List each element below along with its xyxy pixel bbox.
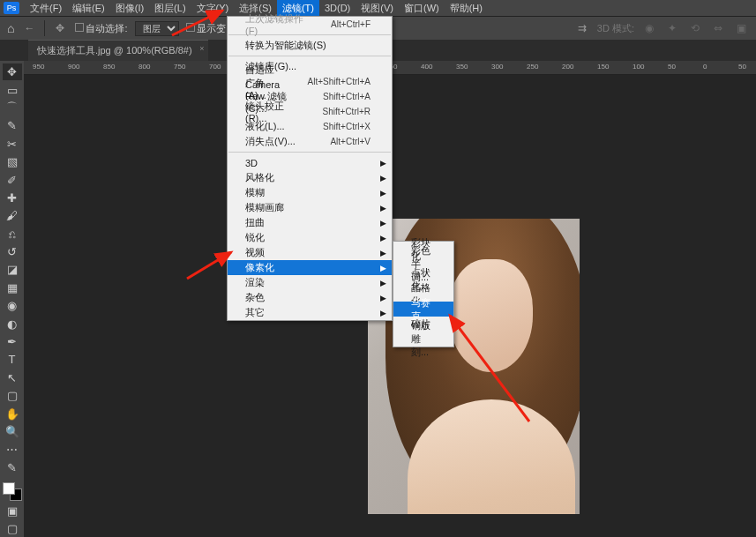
ruler-tick: 850 (103, 63, 115, 71)
orbit-icon[interactable]: ◉ (641, 20, 657, 36)
ruler-tick: 350 (456, 63, 468, 71)
tool-blur[interactable]: ◉ (3, 297, 22, 314)
tool-type[interactable]: T (3, 351, 22, 368)
filter-menu-item[interactable]: 模糊▶ (228, 185, 392, 200)
tool-crop[interactable]: ✂ (3, 136, 22, 153)
submenu-arrow-icon: ▶ (380, 294, 386, 302)
filter-menu-item[interactable]: 风格化▶ (228, 170, 392, 185)
filter-menu-item[interactable]: 3D▶ (228, 155, 392, 170)
filter-menu-item[interactable]: 液化(L)...Shift+Ctrl+X (228, 119, 392, 134)
menu-file[interactable]: 文件(F) (25, 0, 67, 17)
show-transform-checkbox[interactable] (186, 23, 195, 32)
tool-zoom[interactable]: 🔍 (3, 423, 22, 440)
ruler-tick: 200 (562, 63, 573, 71)
tool-eyedropper[interactable]: ✐ (3, 171, 22, 188)
ruler-tick: 800 (138, 63, 150, 71)
filter-menu-item[interactable]: 锐化▶ (228, 230, 392, 245)
screen-mode-icon[interactable]: ▢ (3, 520, 22, 537)
document-tab[interactable]: 快速选择工具.jpg @ 100%(RGB/8#) × (28, 40, 208, 61)
camera-icon[interactable]: ▣ (733, 20, 749, 36)
menu-window[interactable]: 窗口(W) (399, 0, 445, 17)
menu-edit[interactable]: 编辑(E) (67, 0, 110, 17)
filter-menu-item[interactable]: 像素化▶ (228, 260, 392, 275)
submenu-arrow-icon: ▶ (380, 219, 386, 227)
close-icon[interactable]: × (199, 44, 204, 53)
tool-heal[interactable]: ✚ (3, 190, 22, 206)
ruler-tick: 900 (68, 63, 79, 71)
menu-type[interactable]: 文字(Y) (191, 0, 235, 17)
menu-image[interactable]: 图像(I) (110, 0, 149, 17)
tool-stamp[interactable]: ⎌ (3, 226, 22, 242)
submenu-arrow-icon: ▶ (380, 279, 386, 287)
ruler-tick: 250 (527, 63, 538, 71)
tool-edit-toolbar[interactable]: ✎ (3, 459, 22, 476)
tool-brush[interactable]: 🖌 (3, 207, 22, 224)
submenu-arrow-icon: ▶ (380, 234, 386, 242)
tool-more[interactable]: ⋯ (3, 441, 22, 458)
auto-select-checkbox[interactable] (75, 23, 84, 32)
ruler-tick: 150 (597, 63, 609, 71)
pixelate-menu-item[interactable]: 铜版雕刻... (393, 332, 453, 347)
pan-icon[interactable]: ✦ (664, 20, 680, 36)
tool-gradient[interactable]: ▦ (3, 280, 22, 296)
tool-eraser[interactable]: ◪ (3, 261, 22, 278)
menu-layer[interactable]: 图层(L) (149, 0, 191, 17)
slide-icon[interactable]: ⇔ (710, 20, 726, 36)
move-tool-icon: ✥ (52, 20, 68, 36)
fg-color-swatch[interactable] (3, 482, 15, 495)
filter-menu-dropdown: 上次滤镜操作(F)Alt+Ctrl+F转换为智能滤镜(S)滤镜库(G)...自适… (227, 16, 393, 321)
layer-select[interactable]: 图层 (135, 21, 179, 36)
tool-marquee[interactable]: ▭ (3, 81, 22, 98)
menu-help[interactable]: 帮助(H) (445, 0, 488, 17)
tool-pen[interactable]: ✒ (3, 333, 22, 350)
submenu-arrow-icon: ▶ (380, 309, 386, 317)
tab-title: 快速选择工具.jpg @ 100%(RGB/8#) (37, 45, 192, 56)
filter-menu-item[interactable]: 视频▶ (228, 245, 392, 260)
submenu-arrow-icon: ▶ (380, 174, 386, 183)
back-icon[interactable]: ← (21, 20, 37, 36)
filter-menu-item[interactable]: 消失点(V)...Alt+Ctrl+V (228, 134, 392, 149)
menu-view[interactable]: 视图(V) (356, 0, 399, 17)
tool-path[interactable]: ↖ (3, 369, 22, 386)
filter-menu-item[interactable]: 转换为智能滤镜(S) (228, 38, 392, 53)
submenu-arrow-icon: ▶ (380, 159, 386, 168)
tool-quick-select[interactable]: ✎ (3, 117, 22, 134)
filter-menu-item[interactable]: 扭曲▶ (228, 215, 392, 230)
ruler-tick: 300 (491, 63, 503, 71)
menu-3d[interactable]: 3D(D) (319, 1, 356, 15)
auto-select-label: 自动选择: (86, 23, 127, 34)
ruler-tick: 0 (703, 63, 707, 71)
filter-menu-item[interactable]: 模糊画廊▶ (228, 200, 392, 215)
show-transform-label: 显示变 (197, 23, 226, 34)
ruler-tick: 50 (668, 63, 676, 71)
align-icon[interactable]: ⇉ (574, 20, 590, 36)
home-icon[interactable]: ⌂ (7, 21, 14, 35)
tool-hand[interactable]: ✋ (3, 405, 22, 421)
pixelate-menu-item[interactable]: 马赛克... (393, 302, 453, 317)
3d-mode-label: 3D 模式: (597, 22, 634, 35)
tool-frame[interactable]: ▧ (3, 153, 22, 170)
menubar: Ps 文件(F) 编辑(E) 图像(I) 图层(L) 文字(Y) 选择(S) 滤… (0, 0, 756, 16)
filter-menu-item[interactable]: 镜头校正(R)...Shift+Ctrl+R (228, 104, 392, 119)
ruler-tick: 50 (738, 63, 746, 71)
ruler-tick: 400 (421, 63, 432, 71)
tool-move[interactable]: ✥ (3, 63, 22, 80)
app-logo: Ps (4, 2, 19, 14)
filter-menu-item[interactable]: 其它▶ (228, 305, 392, 320)
tool-history-brush[interactable]: ↺ (3, 243, 22, 260)
tool-shape[interactable]: ▢ (3, 387, 22, 404)
filter-menu-item[interactable]: 杂色▶ (228, 290, 392, 305)
tool-lasso[interactable]: ⌒ (3, 100, 22, 116)
submenu-arrow-icon: ▶ (380, 189, 386, 198)
ruler-tick: 700 (209, 63, 221, 71)
mask-mode-icon[interactable]: ▣ (3, 502, 22, 518)
filter-menu-item[interactable]: 渲染▶ (228, 275, 392, 290)
submenu-arrow-icon: ▶ (380, 249, 386, 257)
ruler-tick: 950 (33, 63, 44, 71)
submenu-arrow-icon: ▶ (380, 264, 386, 272)
color-swatches[interactable] (3, 482, 22, 501)
dolly-icon[interactable]: ⟲ (687, 20, 703, 36)
ruler-tick: 100 (632, 63, 644, 71)
tool-dodge[interactable]: ◐ (3, 315, 22, 332)
filter-menu-item[interactable]: 上次滤镜操作(F)Alt+Ctrl+F (228, 17, 392, 32)
